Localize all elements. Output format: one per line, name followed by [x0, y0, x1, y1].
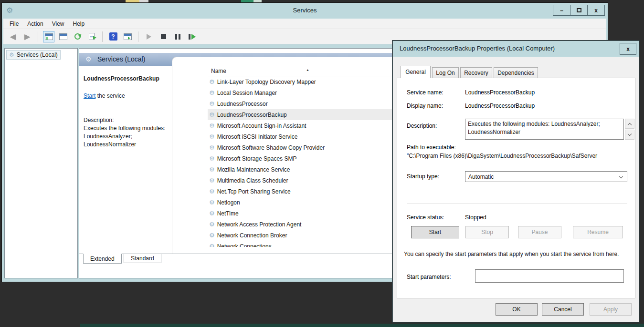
service-gear-icon: ⚙ — [209, 133, 215, 140]
menu-file[interactable]: File — [5, 19, 23, 29]
service-name-text: Net.Tcp Port Sharing Service — [217, 188, 291, 195]
service-properties-dialog: LoudnessProcessorBackup Properties (Loca… — [392, 41, 639, 322]
service-status-label: Service status: — [407, 214, 444, 221]
service-gear-icon: ⚙ — [209, 221, 215, 228]
tab-extended[interactable]: Extended — [83, 254, 122, 264]
service-name-text: Microsoft Storage Spaces SMP — [217, 155, 297, 162]
service-name-text: Network Access Protection Agent — [217, 221, 302, 228]
description-label: Description: — [407, 123, 437, 129]
service-gear-icon: ⚙ — [209, 111, 215, 118]
start-parameters-note: You can specify the start parameters tha… — [404, 250, 630, 258]
service-gear-icon: ⚙ — [209, 100, 215, 107]
start-service-line: Start the service — [84, 92, 125, 99]
service-name-text: Microsoft Software Shadow Copy Provider — [217, 144, 325, 151]
window-titlebar: ⚙ Services – x — [2, 3, 608, 19]
ok-button[interactable]: OK — [496, 303, 538, 316]
window-title: Services — [2, 7, 608, 14]
show-action-pane-icon[interactable] — [122, 31, 133, 42]
service-gear-icon: ⚙ — [209, 243, 215, 247]
service-gear-icon: ⚙ — [209, 199, 215, 206]
path-to-executable-value: "C:\Program Files (x86)\DigaSystem\Loudn… — [407, 153, 634, 159]
start-service-suffix: the service — [95, 92, 125, 99]
start-parameters-label: Start parameters: — [407, 274, 451, 280]
service-gear-icon: ⚙ — [209, 188, 215, 195]
dialog-close-button[interactable]: x — [620, 43, 636, 55]
dialog-titlebar: LoudnessProcessorBackup Properties (Loca… — [393, 41, 639, 57]
separator-line — [407, 204, 627, 204]
startup-type-label: Startup type: — [407, 173, 439, 180]
name-column-label: Name — [211, 68, 226, 74]
resume-button[interactable]: Resume — [573, 226, 623, 238]
service-name-text: Link-Layer Topology Discovery Mapper — [217, 79, 316, 85]
description-textbox[interactable]: Executes the following modules: Loudness… — [465, 119, 624, 140]
service-gear-icon: ⚙ — [209, 89, 215, 96]
service-name-text: Mozilla Maintenance Service — [217, 166, 290, 173]
general-tab-page: Service name: LoudnessProcessorBackup Di… — [397, 78, 635, 298]
tree-item-services-local[interactable]: ⚙ Services (Local) — [6, 50, 61, 60]
menu-action[interactable]: Action — [23, 19, 47, 29]
dialog-title: LoudnessProcessorBackup Properties (Loca… — [400, 45, 555, 52]
service-name-text: Netlogon — [217, 199, 240, 206]
service-name-text: Microsoft Account Sign-in Assistant — [217, 123, 306, 129]
tab-log-on[interactable]: Log On — [432, 67, 459, 78]
start-button[interactable]: Start — [411, 226, 459, 238]
path-to-executable-label: Path to executable: — [407, 144, 456, 151]
service-gear-icon: ⚙ — [209, 122, 215, 129]
back-icon[interactable]: ◀ — [7, 31, 19, 42]
start-service-link[interactable]: Start — [84, 92, 95, 99]
pause-button[interactable]: Pause — [518, 226, 561, 238]
start-service-icon[interactable] — [143, 31, 155, 42]
startup-type-dropdown[interactable]: Automatic — [465, 171, 627, 182]
service-name-text: NetTime — [217, 210, 239, 217]
start-parameters-input[interactable] — [475, 269, 624, 283]
console-tree-panel: ⚙ Services (Local) — [4, 48, 78, 278]
refresh-icon[interactable] — [72, 31, 83, 42]
tab-recovery[interactable]: Recovery — [460, 67, 492, 78]
export-list-icon[interactable] — [86, 31, 97, 42]
forward-icon[interactable]: ▶ — [21, 31, 33, 42]
menu-view[interactable]: View — [48, 19, 69, 29]
stop-button[interactable]: Stop — [465, 226, 509, 238]
service-name-text: LoudnessProcessor — [217, 101, 268, 107]
scroll-up-button[interactable] — [625, 119, 634, 129]
toolbar-separator — [102, 31, 103, 42]
service-gear-icon: ⚙ — [209, 177, 215, 184]
toolbar-separator — [38, 31, 38, 42]
pause-service-icon[interactable] — [172, 31, 183, 42]
service-name-text: Microsoft iSCSI Initiator Service — [217, 133, 298, 140]
service-name-value: LoudnessProcessorBackup — [465, 89, 535, 96]
display-name-value: LoudnessProcessorBackup — [465, 102, 535, 109]
properties-icon[interactable] — [57, 31, 69, 42]
service-name-text: Multimedia Class Scheduler — [217, 177, 288, 184]
sort-ascending-icon: ▲ — [306, 68, 309, 72]
service-gear-icon: ⚙ — [209, 144, 215, 151]
apply-button[interactable]: Apply — [590, 303, 632, 316]
selected-service-title: LoudnessProcessorBackup — [84, 75, 169, 82]
close-button[interactable]: x — [587, 5, 605, 16]
service-name-text: LoudnessProcessorBackup — [217, 112, 287, 118]
service-gear-icon: ⚙ — [209, 78, 215, 85]
service-name-text: Local Session Manager — [217, 90, 277, 96]
cancel-button[interactable]: Cancel — [542, 303, 584, 316]
show-console-tree-icon[interactable] — [43, 31, 54, 42]
banner-title: Services (Local) — [97, 55, 145, 63]
restart-service-icon[interactable] — [186, 31, 198, 42]
stop-service-icon[interactable] — [158, 31, 169, 42]
startup-type-value: Automatic — [468, 174, 494, 180]
display-name-label: Display name: — [407, 102, 443, 109]
tab-general[interactable]: General — [401, 66, 431, 78]
service-gear-icon: ⚙ — [85, 55, 92, 63]
service-gear-icon: ⚙ — [9, 51, 14, 58]
maximize-button[interactable] — [570, 5, 588, 16]
service-gear-icon: ⚙ — [209, 155, 215, 162]
tab-standard[interactable]: Standard — [124, 254, 161, 263]
tab-dependencies[interactable]: Dependencies — [494, 67, 538, 78]
service-name-text: Network Connection Broker — [217, 232, 287, 239]
minimize-button[interactable]: – — [553, 5, 570, 16]
service-description-block: Description: Executes the following modu… — [84, 116, 165, 149]
chevron-down-icon — [619, 174, 623, 178]
scroll-down-button[interactable] — [625, 130, 634, 140]
menu-help[interactable]: Help — [69, 19, 89, 29]
help-icon[interactable]: ? — [107, 31, 119, 42]
service-name-text: Network Connections — [217, 243, 272, 247]
